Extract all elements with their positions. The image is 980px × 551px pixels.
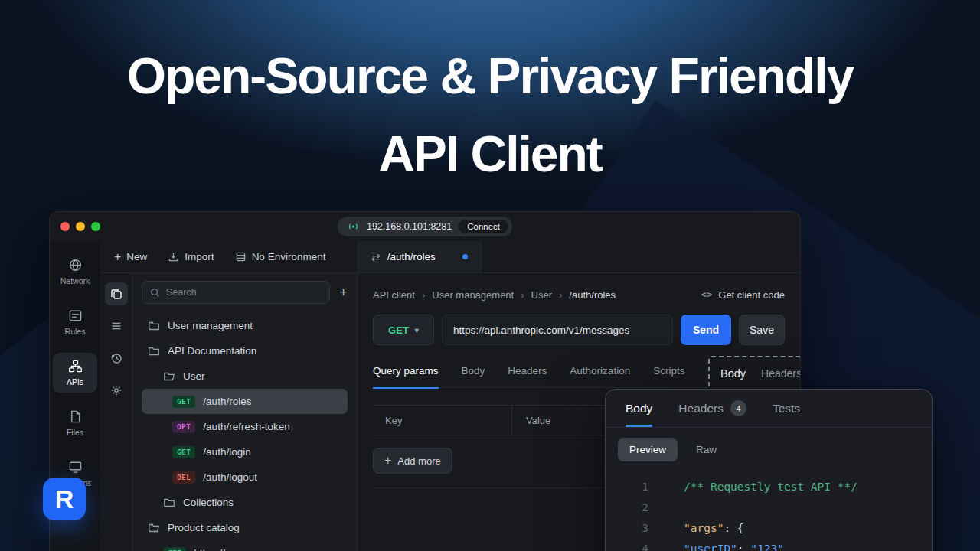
sidebar-item-label: Files [67,428,83,437]
sidebar-item-label: Rules [65,327,86,336]
rules-icon [68,308,83,323]
response-subtabs: Preview Raw [606,428,932,469]
sidebar-item-label: APIs [67,377,83,386]
folder-open-icon [163,370,175,383]
tree-request-auth-refresh-token[interactable]: OPT /auth/refresh-token [142,414,348,439]
code-line: 3 "args": { [606,518,932,539]
close-window-button[interactable] [60,222,70,231]
sidebar-item-rules[interactable]: Rules [53,302,97,342]
table-header-key: Key [373,406,512,435]
tree-request-partial[interactable]: GET https://... [142,540,348,551]
ghost-tab-body: Body [720,367,746,380]
folder-icon [163,497,175,509]
unsaved-indicator-dot [462,254,468,259]
top-navigation: + New Import [100,241,800,273]
tree-request-auth-roles[interactable]: GET /auth/roles [142,389,348,414]
logo-letter: R [55,484,74,514]
tree-label: /auth/login [203,446,250,458]
tab-authorization[interactable]: Authorization [570,365,630,387]
raw-button[interactable]: Raw [696,444,717,455]
minimize-window-button[interactable] [76,222,85,231]
tree-folder-collections[interactable]: Collections [142,490,348,515]
tree-folder-product-catalog[interactable]: Product catalog [142,515,348,540]
environment-selector[interactable]: No Environment [235,251,326,262]
api-icon [68,359,83,373]
headers-count-badge: 4 [730,400,746,416]
response-tab-headers[interactable]: Headers 4 [678,390,746,427]
menu-icon [110,320,122,332]
code-punctuation: : { [724,522,743,534]
new-button[interactable]: + New [114,250,147,264]
request-bar: GET ▾ Send Save [373,315,785,345]
code-line: 2 [606,497,932,518]
get-client-code-button[interactable]: <> Get client code [701,289,785,301]
sidebar-item-files[interactable]: Files [53,403,97,443]
add-more-label: Add more [397,455,440,467]
line-number: 3 [606,518,648,539]
breadcrumb-item[interactable]: User [531,289,552,301]
tree-request-auth-logout[interactable]: DEL /auth/logout [142,465,348,490]
breadcrumb-separator: › [422,289,425,301]
hero-title: Open-Source & Privacy Friendly API Clien… [0,46,980,184]
line-number: 1 [606,477,648,497]
tab-body[interactable]: Body [462,365,485,387]
breadcrumb-separator: › [521,289,524,301]
tree-folder-user[interactable]: User [142,364,348,389]
plus-icon: + [114,250,121,264]
collections-tree: User management API Documentation User [142,313,348,551]
line-number: 2 [606,497,648,518]
search-input[interactable] [166,287,322,298]
chevron-down-icon: ▾ [415,326,419,334]
tree-request-auth-login[interactable]: GET /auth/login [142,439,348,465]
breadcrumb-item[interactable]: API client [373,289,415,301]
code-line: 1 /** Requestly test API **/ [606,477,932,497]
settings-button[interactable] [105,379,128,402]
add-more-button[interactable]: + Add more [373,448,452,474]
hero-title-line2: API Client [0,124,980,184]
files-icon [68,409,83,424]
tab-query-params[interactable]: Query params [373,365,439,389]
tree-label: User [183,370,205,382]
save-button[interactable]: Save [739,315,785,345]
tree-label: API Documentation [168,345,256,357]
request-tab[interactable]: ⇄ /auth/roles [358,241,482,272]
history-button[interactable] [105,347,128,370]
preview-button[interactable]: Preview [618,438,678,461]
breadcrumb-separator: › [559,289,562,301]
connect-button[interactable]: Connect [459,220,508,233]
history-clock-icon [110,352,122,364]
response-body-code[interactable]: 1 /** Requestly test API **/ 2 3 "args":… [606,469,932,551]
requestly-logo: R [43,478,86,520]
folder-icon [148,320,160,332]
request-tab-label: /auth/roles [387,251,436,262]
method-badge-get: GET [172,446,195,458]
list-view-button[interactable] [105,315,128,337]
sidebar-item-label: Network [60,276,90,285]
collections-panel: + User management API Documentation [132,273,358,551]
secondary-icon-rail [100,273,132,551]
get-client-code-label: Get client code [718,289,785,301]
swap-arrows-icon: ⇄ [371,251,381,263]
method-select[interactable]: GET ▾ [373,315,434,345]
response-tab-body[interactable]: Body [626,390,652,427]
tab-scripts[interactable]: Scripts [653,365,684,387]
code-string: "123" [750,543,784,551]
add-collection-button[interactable]: + [339,284,348,301]
sidebar-item-apis[interactable]: APIs [53,353,97,393]
tree-folder-user-management[interactable]: User management [142,313,348,338]
send-button[interactable]: Send [681,315,731,345]
tree-folder-api-documentation[interactable]: API Documentation [142,338,348,364]
maximize-window-button[interactable] [91,222,100,231]
collections-view-button[interactable] [105,282,128,305]
method-value: GET [388,324,409,336]
code-key: "userID" [684,543,737,551]
import-button[interactable]: Import [168,251,214,262]
breadcrumb-item[interactable]: User management [432,289,514,301]
response-panel: Body Headers 4 Tests Preview Raw 1 /** R… [605,389,933,551]
url-input[interactable] [442,315,673,345]
tab-headers[interactable]: Headers [508,365,547,387]
response-tab-tests[interactable]: Tests [773,390,800,427]
address-pill: 192.168.0.101:8281 Connect [338,217,512,236]
tree-label: /auth/logout [203,471,257,483]
sidebar-item-network[interactable]: Network [53,252,97,292]
